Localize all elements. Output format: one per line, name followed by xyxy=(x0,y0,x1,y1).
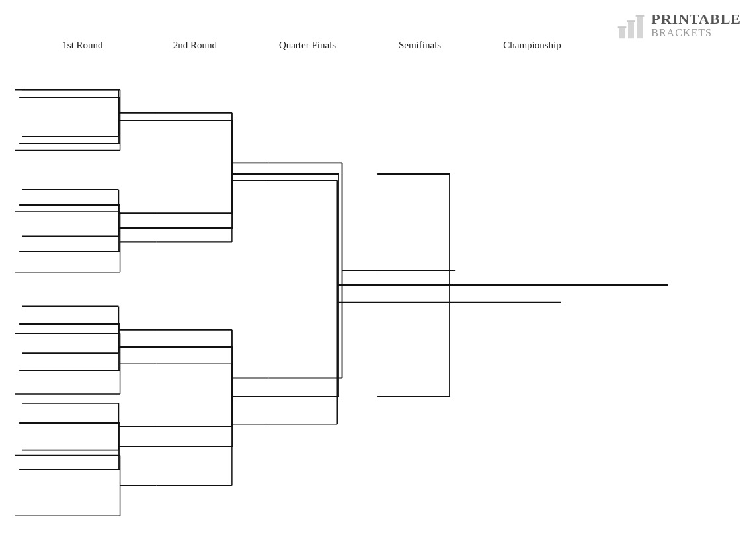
label-round3: Quarter Finals xyxy=(251,40,364,51)
logo-text: PRINTABLE BRACKETS xyxy=(651,11,741,39)
logo: PRINTABLE BRACKETS xyxy=(616,10,741,40)
label-round2: 2nd Round xyxy=(139,40,251,51)
svg-rect-3 xyxy=(618,26,627,28)
final-bracket-svg: .bl { stroke: #111; stroke-width: 1.8; f… xyxy=(13,69,734,552)
label-round4: Semifinals xyxy=(364,40,476,51)
logo-brackets-text: BRACKETS xyxy=(651,27,741,39)
label-round5: Championship xyxy=(476,40,588,51)
label-round1: 1st Round xyxy=(26,40,139,51)
svg-rect-1 xyxy=(628,22,634,38)
round-labels: 1st Round 2nd Round Quarter Finals Semif… xyxy=(20,40,731,51)
logo-printable-text: PRINTABLE xyxy=(651,11,741,27)
svg-rect-0 xyxy=(619,28,625,38)
svg-rect-2 xyxy=(637,16,643,38)
svg-rect-5 xyxy=(636,15,645,17)
svg-rect-4 xyxy=(627,20,635,22)
logo-icon xyxy=(616,10,646,40)
